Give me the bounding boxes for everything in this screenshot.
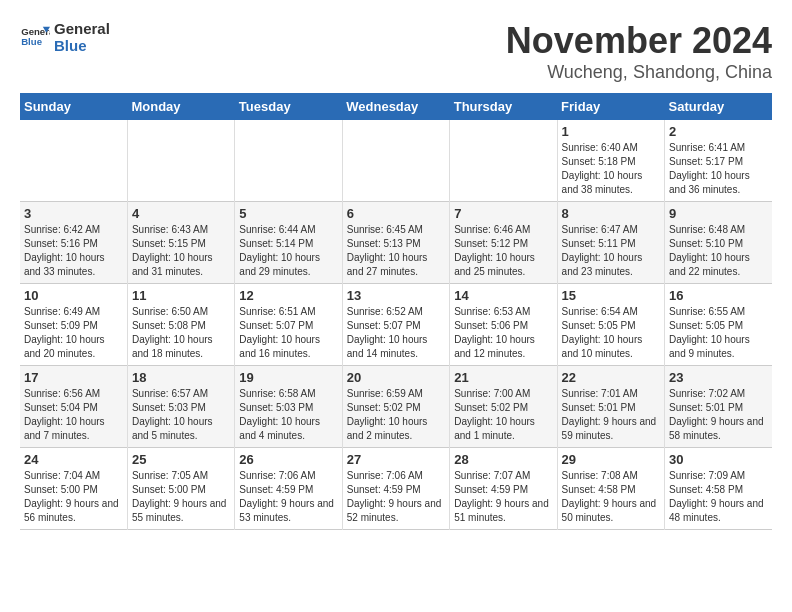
day-number: 20 xyxy=(347,370,445,385)
day-number: 9 xyxy=(669,206,768,221)
header-cell-monday: Monday xyxy=(127,93,234,120)
day-number: 11 xyxy=(132,288,230,303)
day-info: Sunrise: 6:51 AM Sunset: 5:07 PM Dayligh… xyxy=(239,305,337,361)
day-info: Sunrise: 7:09 AM Sunset: 4:58 PM Dayligh… xyxy=(669,469,768,525)
day-cell: 11Sunrise: 6:50 AM Sunset: 5:08 PM Dayli… xyxy=(127,284,234,366)
day-cell: 24Sunrise: 7:04 AM Sunset: 5:00 PM Dayli… xyxy=(20,448,127,530)
day-cell: 30Sunrise: 7:09 AM Sunset: 4:58 PM Dayli… xyxy=(665,448,772,530)
header-cell-wednesday: Wednesday xyxy=(342,93,449,120)
day-info: Sunrise: 6:59 AM Sunset: 5:02 PM Dayligh… xyxy=(347,387,445,443)
day-cell xyxy=(127,120,234,202)
day-info: Sunrise: 6:44 AM Sunset: 5:14 PM Dayligh… xyxy=(239,223,337,279)
header-row: SundayMondayTuesdayWednesdayThursdayFrid… xyxy=(20,93,772,120)
day-number: 24 xyxy=(24,452,123,467)
day-number: 8 xyxy=(562,206,660,221)
day-cell: 29Sunrise: 7:08 AM Sunset: 4:58 PM Dayli… xyxy=(557,448,664,530)
day-info: Sunrise: 6:53 AM Sunset: 5:06 PM Dayligh… xyxy=(454,305,552,361)
day-cell: 28Sunrise: 7:07 AM Sunset: 4:59 PM Dayli… xyxy=(450,448,557,530)
day-number: 12 xyxy=(239,288,337,303)
day-cell: 7Sunrise: 6:46 AM Sunset: 5:12 PM Daylig… xyxy=(450,202,557,284)
day-cell: 18Sunrise: 6:57 AM Sunset: 5:03 PM Dayli… xyxy=(127,366,234,448)
day-number: 27 xyxy=(347,452,445,467)
day-cell: 13Sunrise: 6:52 AM Sunset: 5:07 PM Dayli… xyxy=(342,284,449,366)
day-number: 15 xyxy=(562,288,660,303)
day-info: Sunrise: 6:58 AM Sunset: 5:03 PM Dayligh… xyxy=(239,387,337,443)
day-cell: 21Sunrise: 7:00 AM Sunset: 5:02 PM Dayli… xyxy=(450,366,557,448)
day-number: 25 xyxy=(132,452,230,467)
day-number: 1 xyxy=(562,124,660,139)
day-number: 21 xyxy=(454,370,552,385)
day-cell: 12Sunrise: 6:51 AM Sunset: 5:07 PM Dayli… xyxy=(235,284,342,366)
day-info: Sunrise: 7:00 AM Sunset: 5:02 PM Dayligh… xyxy=(454,387,552,443)
day-cell xyxy=(450,120,557,202)
day-cell xyxy=(20,120,127,202)
day-cell: 10Sunrise: 6:49 AM Sunset: 5:09 PM Dayli… xyxy=(20,284,127,366)
day-info: Sunrise: 6:45 AM Sunset: 5:13 PM Dayligh… xyxy=(347,223,445,279)
day-cell: 1Sunrise: 6:40 AM Sunset: 5:18 PM Daylig… xyxy=(557,120,664,202)
day-info: Sunrise: 7:08 AM Sunset: 4:58 PM Dayligh… xyxy=(562,469,660,525)
title-area: November 2024 Wucheng, Shandong, China xyxy=(506,20,772,83)
header-cell-friday: Friday xyxy=(557,93,664,120)
day-number: 23 xyxy=(669,370,768,385)
day-info: Sunrise: 7:04 AM Sunset: 5:00 PM Dayligh… xyxy=(24,469,123,525)
day-number: 5 xyxy=(239,206,337,221)
day-info: Sunrise: 6:46 AM Sunset: 5:12 PM Dayligh… xyxy=(454,223,552,279)
page-title: November 2024 xyxy=(506,20,772,62)
day-info: Sunrise: 6:57 AM Sunset: 5:03 PM Dayligh… xyxy=(132,387,230,443)
page-header: General Blue General Blue November 2024 … xyxy=(20,20,772,83)
day-number: 10 xyxy=(24,288,123,303)
day-cell: 17Sunrise: 6:56 AM Sunset: 5:04 PM Dayli… xyxy=(20,366,127,448)
day-cell: 14Sunrise: 6:53 AM Sunset: 5:06 PM Dayli… xyxy=(450,284,557,366)
day-info: Sunrise: 6:54 AM Sunset: 5:05 PM Dayligh… xyxy=(562,305,660,361)
logo: General Blue General Blue xyxy=(20,20,110,54)
day-cell xyxy=(235,120,342,202)
day-info: Sunrise: 6:56 AM Sunset: 5:04 PM Dayligh… xyxy=(24,387,123,443)
week-row-1: 1Sunrise: 6:40 AM Sunset: 5:18 PM Daylig… xyxy=(20,120,772,202)
day-number: 7 xyxy=(454,206,552,221)
day-info: Sunrise: 6:47 AM Sunset: 5:11 PM Dayligh… xyxy=(562,223,660,279)
page-subtitle: Wucheng, Shandong, China xyxy=(506,62,772,83)
day-cell: 6Sunrise: 6:45 AM Sunset: 5:13 PM Daylig… xyxy=(342,202,449,284)
svg-text:Blue: Blue xyxy=(21,36,42,47)
day-info: Sunrise: 7:05 AM Sunset: 5:00 PM Dayligh… xyxy=(132,469,230,525)
day-number: 22 xyxy=(562,370,660,385)
header-cell-tuesday: Tuesday xyxy=(235,93,342,120)
day-info: Sunrise: 6:49 AM Sunset: 5:09 PM Dayligh… xyxy=(24,305,123,361)
day-info: Sunrise: 7:06 AM Sunset: 4:59 PM Dayligh… xyxy=(239,469,337,525)
day-info: Sunrise: 6:50 AM Sunset: 5:08 PM Dayligh… xyxy=(132,305,230,361)
day-number: 13 xyxy=(347,288,445,303)
day-cell: 8Sunrise: 6:47 AM Sunset: 5:11 PM Daylig… xyxy=(557,202,664,284)
calendar-table: SundayMondayTuesdayWednesdayThursdayFrid… xyxy=(20,93,772,530)
day-info: Sunrise: 6:42 AM Sunset: 5:16 PM Dayligh… xyxy=(24,223,123,279)
day-number: 18 xyxy=(132,370,230,385)
day-number: 16 xyxy=(669,288,768,303)
header-cell-saturday: Saturday xyxy=(665,93,772,120)
day-number: 30 xyxy=(669,452,768,467)
header-cell-sunday: Sunday xyxy=(20,93,127,120)
day-cell: 23Sunrise: 7:02 AM Sunset: 5:01 PM Dayli… xyxy=(665,366,772,448)
day-cell: 16Sunrise: 6:55 AM Sunset: 5:05 PM Dayli… xyxy=(665,284,772,366)
day-number: 4 xyxy=(132,206,230,221)
day-cell xyxy=(342,120,449,202)
day-info: Sunrise: 6:43 AM Sunset: 5:15 PM Dayligh… xyxy=(132,223,230,279)
day-number: 28 xyxy=(454,452,552,467)
day-number: 14 xyxy=(454,288,552,303)
day-number: 2 xyxy=(669,124,768,139)
day-info: Sunrise: 7:01 AM Sunset: 5:01 PM Dayligh… xyxy=(562,387,660,443)
day-info: Sunrise: 6:41 AM Sunset: 5:17 PM Dayligh… xyxy=(669,141,768,197)
day-cell: 3Sunrise: 6:42 AM Sunset: 5:16 PM Daylig… xyxy=(20,202,127,284)
day-info: Sunrise: 6:55 AM Sunset: 5:05 PM Dayligh… xyxy=(669,305,768,361)
day-info: Sunrise: 6:48 AM Sunset: 5:10 PM Dayligh… xyxy=(669,223,768,279)
day-cell: 20Sunrise: 6:59 AM Sunset: 5:02 PM Dayli… xyxy=(342,366,449,448)
week-row-4: 17Sunrise: 6:56 AM Sunset: 5:04 PM Dayli… xyxy=(20,366,772,448)
day-number: 17 xyxy=(24,370,123,385)
day-cell: 26Sunrise: 7:06 AM Sunset: 4:59 PM Dayli… xyxy=(235,448,342,530)
day-number: 3 xyxy=(24,206,123,221)
day-number: 19 xyxy=(239,370,337,385)
day-number: 6 xyxy=(347,206,445,221)
week-row-5: 24Sunrise: 7:04 AM Sunset: 5:00 PM Dayli… xyxy=(20,448,772,530)
day-cell: 15Sunrise: 6:54 AM Sunset: 5:05 PM Dayli… xyxy=(557,284,664,366)
day-number: 26 xyxy=(239,452,337,467)
day-cell: 9Sunrise: 6:48 AM Sunset: 5:10 PM Daylig… xyxy=(665,202,772,284)
day-info: Sunrise: 6:40 AM Sunset: 5:18 PM Dayligh… xyxy=(562,141,660,197)
